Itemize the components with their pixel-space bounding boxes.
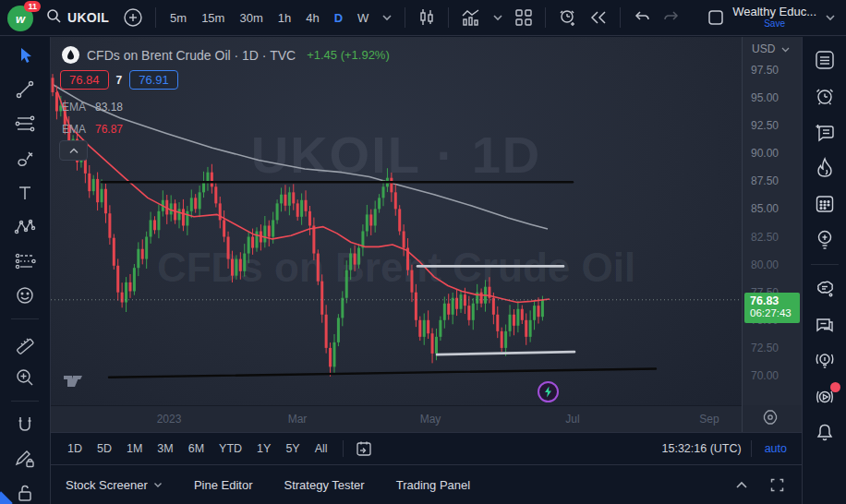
timeframe-1h[interactable]: 1h [273, 8, 296, 28]
timeframe-30m[interactable]: 30m [235, 8, 267, 28]
range-5d[interactable]: 5D [91, 439, 117, 458]
xabcd-pattern-tool-icon[interactable] [12, 216, 38, 238]
user-menu-button[interactable]: w 11 [7, 4, 35, 31]
price-tick: 70.00 [751, 369, 779, 382]
timeframe-5m[interactable]: 5m [165, 8, 191, 28]
timeframe-4h[interactable]: 4h [301, 8, 323, 28]
save-button[interactable]: Save [764, 18, 785, 30]
compare-add-symbol-button[interactable] [120, 5, 146, 30]
live-badge [830, 382, 840, 392]
range-1y[interactable]: 1Y [251, 439, 276, 458]
auto-scale-toggle[interactable]: auto [761, 440, 791, 457]
bottom-panel: Stock Screener Pine Editor Strategy Test… [51, 464, 802, 504]
notifications-bell-icon[interactable] [812, 421, 838, 445]
time-axis[interactable]: 2023MarMayJulSep [51, 405, 742, 432]
magnet-mode-icon[interactable] [12, 414, 38, 436]
zoom-in-tool-icon[interactable] [12, 366, 38, 388]
stock-screener-tab[interactable]: Stock Screener [66, 478, 163, 492]
streams-bulb-broadcast-icon[interactable] [812, 349, 838, 373]
range-all[interactable]: All [309, 439, 333, 458]
lock-all-drawings-icon[interactable] [12, 482, 38, 504]
notes-icon[interactable] [812, 120, 838, 144]
bar-countdown: 06:27:43 [750, 307, 800, 319]
range-ytd[interactable]: YTD [213, 439, 248, 458]
clock-utc[interactable]: 15:32:16 (UTC) [662, 442, 742, 455]
time-tick: Jul [565, 413, 579, 426]
drawing-mode-lock-icon[interactable] [12, 448, 38, 470]
range-3m[interactable]: 3M [151, 439, 178, 458]
timeframe-1d[interactable]: D [330, 8, 347, 28]
symbol-legend[interactable]: CFDs on Brent Crude Oil · 1D · TVC +1.45… [62, 46, 390, 64]
panel-expand-chevron-up-icon[interactable] [732, 478, 751, 492]
ema-legend-slow[interactable]: EMA 83.18 [62, 101, 123, 114]
range-5y[interactable]: 5Y [280, 439, 305, 458]
price-scale[interactable]: USD 97.5095.0092.5090.0087.5085.0082.508… [742, 37, 802, 432]
ema-legend-fast[interactable]: EMA 76.87 [62, 123, 123, 136]
toolbar-divider [545, 7, 546, 28]
text-tool-icon[interactable] [12, 182, 38, 204]
range-1m[interactable]: 1M [121, 439, 148, 458]
prediction-tool-icon[interactable] [12, 250, 38, 272]
ideas-bulb-icon[interactable] [812, 228, 838, 252]
price-tick: 85.00 [751, 202, 779, 215]
price-change: +1.45 (+1.92%) [307, 48, 390, 62]
currency-selector[interactable]: USD [743, 37, 802, 59]
layout-name-save[interactable]: Wealthy Educ... Save [732, 6, 816, 30]
oil-drop-icon [62, 46, 79, 64]
cursor-tool-icon[interactable] [12, 44, 38, 66]
panel-maximize-icon[interactable] [767, 475, 787, 495]
toolbar-divider [155, 7, 156, 28]
trading-panel-tab[interactable]: Trading Panel [396, 478, 470, 492]
measure-tool-icon[interactable] [12, 331, 38, 354]
emoji-tool-icon[interactable] [12, 284, 38, 306]
buy-price-button[interactable]: 76.91 [129, 70, 178, 90]
layout-name: Wealthy Educ... [732, 6, 816, 18]
layout-grid-button[interactable] [512, 6, 536, 30]
right-sidebar [802, 37, 846, 504]
chart-canvas[interactable]: UKOIL · 1D CFDs on Brent Crude Oil CFDs … [51, 37, 742, 405]
watchlist-icon[interactable] [812, 48, 838, 72]
strategy-tester-tab[interactable]: Strategy Tester [284, 478, 364, 492]
tradingview-logo[interactable] [63, 371, 92, 392]
bar-replay-button[interactable] [586, 7, 610, 28]
pine-editor-tab[interactable]: Pine Editor [194, 478, 253, 492]
scale-settings-gear-icon[interactable] [761, 408, 780, 430]
sell-price-button[interactable]: 76.84 [60, 70, 109, 90]
calendar-icon[interactable] [812, 192, 838, 216]
symbol-search-button[interactable]: UKOIL [41, 5, 115, 31]
create-alert-button[interactable] [555, 6, 581, 30]
price-tick: 87.50 [751, 174, 779, 187]
legend-collapse-button[interactable] [59, 140, 88, 161]
fib-retracement-tool-icon[interactable] [12, 113, 38, 135]
minds-thought-cloud-icon[interactable] [812, 277, 838, 301]
drawing-toolbar [0, 37, 51, 504]
layout-menu-chevron-down-icon[interactable] [822, 11, 839, 24]
price-tick: 95.00 [751, 91, 779, 104]
hotlists-flame-icon[interactable] [812, 156, 838, 180]
candlestick-chart[interactable] [51, 37, 742, 405]
indicators-button[interactable] [458, 6, 484, 30]
live-streams-play-icon[interactable] [812, 385, 838, 409]
timeframe-1w[interactable]: W [353, 8, 373, 28]
timeframe-menu-chevron-down-icon[interactable] [379, 11, 395, 24]
top-toolbar: w 11 UKOIL 5m 15m 30m 1h 4h D W [0, 0, 846, 36]
undo-button[interactable] [630, 7, 654, 28]
go-to-date-icon[interactable] [353, 438, 375, 460]
chart-style-candles-button[interactable] [415, 6, 439, 30]
brush-tool-icon[interactable] [12, 148, 38, 170]
trend-line-tool-icon[interactable] [12, 78, 38, 101]
price-tick: 72.50 [751, 342, 779, 354]
instant-trading-bolt-button[interactable] [538, 381, 559, 402]
range-6m[interactable]: 6M [183, 439, 210, 458]
range-1d[interactable]: 1D [62, 439, 88, 458]
redo-button[interactable] [659, 7, 683, 28]
corner-accent [0, 491, 13, 504]
chat-icon[interactable] [812, 313, 838, 337]
notification-count-badge: 11 [24, 1, 41, 12]
timeframe-15m[interactable]: 15m [197, 8, 229, 28]
alerts-clock-icon[interactable] [812, 84, 838, 108]
save-layout-checkbox[interactable] [705, 7, 727, 28]
indicator-templates-chevron-down-icon[interactable] [489, 11, 506, 24]
search-icon [46, 8, 62, 28]
price-tick: 82.50 [751, 231, 779, 244]
